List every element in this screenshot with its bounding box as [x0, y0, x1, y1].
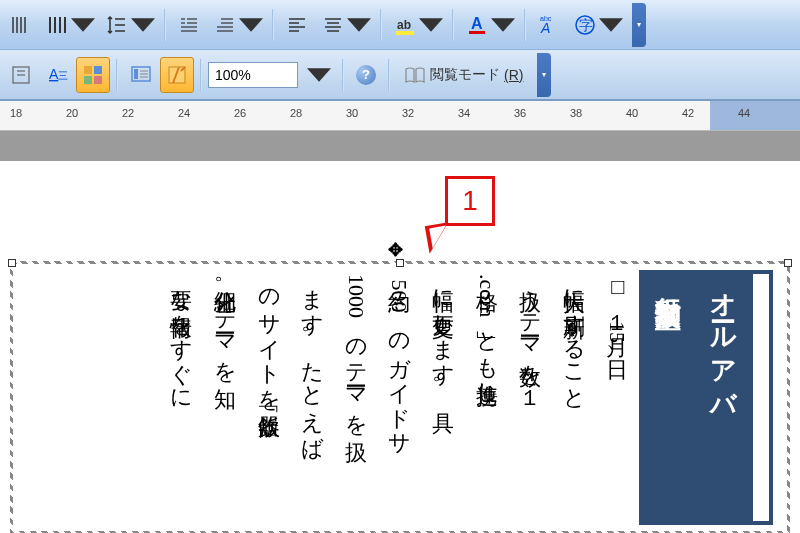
document-area: 1 ✥ オールアバ 行動支援型 □１月15日、 大幅に刷新すること 扱うテーマ数…	[0, 161, 800, 533]
formatting-toolbar: ab A abcA 字	[0, 0, 800, 50]
chevron-down-icon	[239, 13, 263, 37]
zoom-value: 100%	[215, 67, 251, 83]
chevron-down-icon	[307, 63, 331, 87]
help-button[interactable]: ?	[350, 57, 382, 93]
title-column-2: 行動支援型	[639, 270, 694, 525]
help-icon: ?	[356, 65, 376, 85]
chevron-down-icon	[347, 13, 371, 37]
chevron-down-icon	[71, 13, 95, 37]
ruler-tick: 28	[290, 107, 302, 119]
horizontal-ruler[interactable]: 1820222426283032343638404244	[0, 101, 800, 131]
separator	[380, 9, 382, 41]
vertical-text-container: オールアバ 行動支援型 □１月15日、 大幅に刷新すること 扱うテーマ数を１ 格…	[19, 270, 781, 525]
svg-text:A: A	[471, 15, 483, 32]
toolbar-area: ab A abcA 字 A三	[0, 0, 800, 101]
resize-handle-tr[interactable]	[784, 259, 792, 267]
separator	[272, 9, 274, 41]
ruler-tick: 40	[626, 107, 638, 119]
body-col-3: 格.com」とも連携し	[465, 270, 509, 525]
ruler-tick: 24	[178, 107, 190, 119]
svg-rect-47	[134, 69, 138, 79]
ruler-tick: 20	[66, 107, 78, 119]
separator	[116, 59, 118, 91]
resize-handle-tc[interactable]	[396, 259, 404, 267]
align-dropdown[interactable]	[316, 7, 374, 43]
resize-handle-tl[interactable]	[8, 259, 16, 267]
textbox-border: オールアバ 行動支援型 □１月15日、 大幅に刷新すること 扱うテーマ数を１ 格…	[10, 261, 790, 533]
gridlines-button[interactable]	[160, 57, 194, 93]
ruler-tick: 44	[738, 107, 750, 119]
svg-rect-45	[94, 76, 102, 84]
ruler-tick: 42	[682, 107, 694, 119]
separator	[342, 59, 344, 91]
font-color-button[interactable]: A	[460, 7, 518, 43]
view-toolbar: A三 100% ? 閲覧モード(R)	[0, 50, 800, 100]
chevron-down-icon	[491, 13, 515, 37]
separator	[388, 59, 390, 91]
body-col-1: 大幅に刷新すること	[552, 270, 596, 525]
svg-rect-42	[84, 66, 92, 74]
chevron-down-icon	[419, 13, 443, 37]
ruler-tick: 26	[234, 107, 246, 119]
body-col-7: ます。たとえば、	[291, 270, 335, 525]
svg-text:三: 三	[58, 70, 68, 81]
svg-text:字: 字	[579, 17, 593, 33]
highlight-button[interactable]: ab	[388, 7, 446, 43]
svg-rect-32	[469, 31, 485, 34]
char-spacing-button[interactable]: A三	[40, 57, 74, 93]
ruby-button[interactable]: abcA	[532, 7, 566, 43]
heading-box	[749, 270, 773, 525]
toolbar-overflow-1[interactable]	[632, 3, 646, 47]
toolbar-overflow-2[interactable]	[537, 53, 551, 97]
chevron-down-icon	[131, 13, 155, 37]
ruler-tick: 38	[570, 107, 582, 119]
thumbnails-button[interactable]	[76, 57, 110, 93]
zoom-dropdown[interactable]	[300, 57, 336, 93]
book-icon	[404, 66, 426, 84]
ruler-tick: 22	[122, 107, 134, 119]
columns-1-button[interactable]	[4, 7, 38, 43]
ruler-tick: 36	[514, 107, 526, 119]
ruler-tick: 34	[458, 107, 470, 119]
separator	[452, 9, 454, 41]
body-col-9: 細分化。テーマを知	[203, 270, 247, 525]
svg-text:ab: ab	[397, 18, 411, 32]
callout-tail	[425, 222, 453, 254]
chevron-down-icon	[599, 13, 623, 37]
callout-annotation: 1	[445, 176, 495, 226]
document-map-button[interactable]	[124, 57, 158, 93]
columns-2-button[interactable]	[40, 7, 98, 43]
body-col-6: 1000 のテーマを扱	[334, 270, 378, 525]
enclose-char-button[interactable]: 字	[568, 7, 626, 43]
body-col-2: 扱うテーマ数を１	[509, 270, 553, 525]
separator	[164, 9, 166, 41]
reading-mode-accel: (R)	[504, 67, 523, 83]
svg-text:A: A	[540, 20, 550, 36]
line-spacing-button[interactable]	[100, 7, 158, 43]
textbox-frame[interactable]: ✥ オールアバ 行動支援型 □１月15日、 大幅に刷新すること 扱うテーマ数を１…	[10, 261, 790, 533]
svg-rect-44	[84, 76, 92, 84]
list-indent-button[interactable]	[172, 7, 206, 43]
zoom-input[interactable]: 100%	[208, 62, 298, 88]
body-col-4: 幅に変更します。具	[421, 270, 465, 525]
callout-number: 1	[445, 176, 495, 226]
outline-button[interactable]	[4, 57, 38, 93]
svg-rect-43	[94, 66, 102, 74]
move-cursor-icon: ✥	[388, 239, 403, 261]
title-column-1: オールアバ	[694, 270, 749, 525]
ruler-tick: 32	[402, 107, 414, 119]
reading-mode-label: 閲覧モード	[430, 66, 500, 84]
body-col-10: 要な情報をすぐに	[160, 270, 204, 525]
align-button[interactable]	[280, 7, 314, 43]
separator	[524, 9, 526, 41]
ruler-tick: 18	[10, 107, 22, 119]
separator	[200, 59, 202, 91]
body-col-8: のサイトを「炊飯器	[247, 270, 291, 525]
body-col-0: □１月15日、	[596, 270, 640, 525]
svg-rect-30	[396, 31, 414, 35]
reading-mode-button[interactable]: 閲覧モード(R)	[396, 57, 531, 93]
body-col-5: 約 500 のガイドサ	[378, 270, 422, 525]
page-gap	[0, 131, 800, 161]
list-indent-dropdown[interactable]	[208, 7, 266, 43]
ruler-tick: 30	[346, 107, 358, 119]
